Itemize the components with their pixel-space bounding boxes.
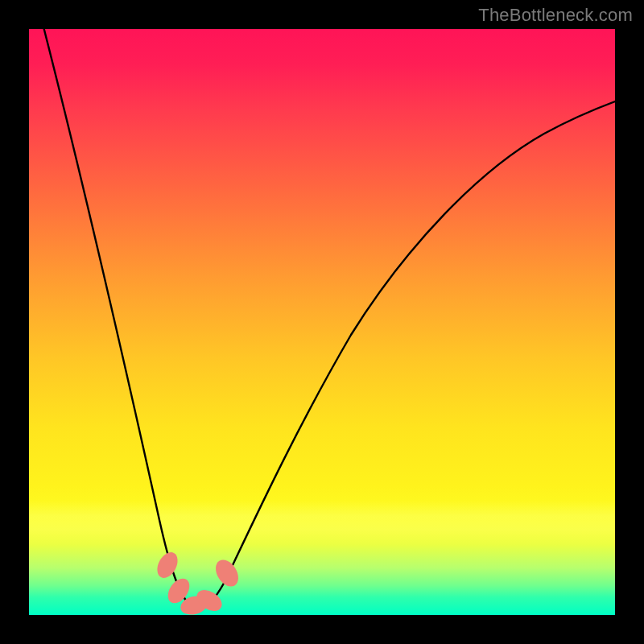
marker-dot (211, 555, 242, 590)
bottleneck-curve (38, 29, 615, 609)
marker-group (153, 549, 242, 615)
chart-frame: TheBottleneck.com (0, 0, 644, 644)
plot-area (29, 29, 615, 615)
curve-layer (29, 29, 615, 615)
watermark-text: TheBottleneck.com (478, 5, 633, 26)
marker-dot (153, 549, 181, 581)
